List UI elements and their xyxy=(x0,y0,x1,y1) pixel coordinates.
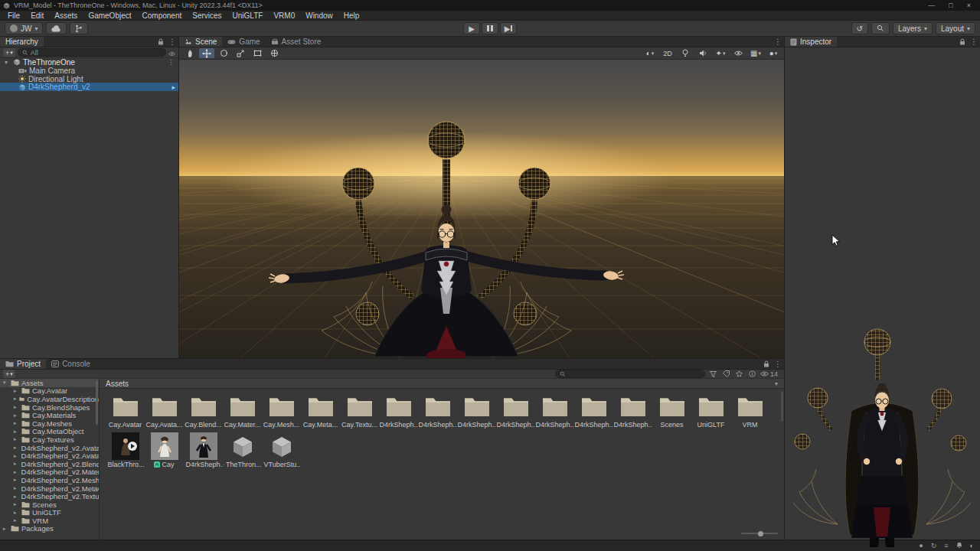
tree-item-folder[interactable]: ▸ D4rkShepherd_v2.Avata... xyxy=(0,444,99,452)
hierarchy-item-directional-light[interactable]: Directional Light xyxy=(0,75,178,83)
tree-item-folder[interactable]: ▸ D4rkShepherd_v2.Blend... xyxy=(0,460,99,468)
asset-folder-tile[interactable]: D4rkSheph... xyxy=(379,392,418,429)
refresh-icon[interactable]: ↻ xyxy=(931,542,937,549)
play-button[interactable]: ▶ xyxy=(463,22,480,34)
notifications-bell-icon[interactable] xyxy=(956,542,962,550)
search-by-type-icon[interactable] xyxy=(708,371,718,377)
tab-game[interactable]: Game xyxy=(222,37,265,47)
pause-button[interactable] xyxy=(482,22,498,34)
asset-folder-tile[interactable]: Cay.Avata... xyxy=(145,392,184,429)
grid-scrollbar[interactable] xyxy=(781,391,783,422)
tree-item-folder[interactable]: ▸ Cay.AvatarDescription xyxy=(0,395,99,403)
hand-tool-button[interactable] xyxy=(182,48,198,58)
draw-mode-dropdown[interactable]: ◐▾ xyxy=(642,48,658,58)
tree-item-folder[interactable]: ▸ Cay.Meshes xyxy=(0,419,99,428)
menu-item[interactable]: File xyxy=(2,11,25,21)
scene-root-row[interactable]: ▾ TheThroneOne ⋮ xyxy=(0,58,178,67)
asset-folder-tile[interactable]: D4rkSheph... xyxy=(418,392,457,429)
asset-file-tile-blackthrone[interactable]: BlackThro... xyxy=(106,432,145,468)
lock-icon[interactable] xyxy=(957,37,968,47)
hierarchy-item-main-camera[interactable]: Main Camera xyxy=(0,67,178,75)
tree-item-folder[interactable]: ▸ Cay.Materials xyxy=(0,411,99,419)
search-button[interactable] xyxy=(871,22,890,34)
lighting-toggle-button[interactable] xyxy=(678,48,693,58)
asset-folder-tile[interactable]: Cay.Mesh... xyxy=(262,392,301,429)
asset-file-tile-thethrone[interactable]: TheThron... xyxy=(223,432,262,468)
asset-folder-tile[interactable]: Cay.Mater... xyxy=(223,392,262,429)
save-search-icon[interactable] xyxy=(734,370,744,377)
tab-inspector[interactable]: Inspector xyxy=(785,37,837,47)
tree-item-folder[interactable]: ▸ VRM xyxy=(0,517,99,525)
menu-item[interactable]: Assets xyxy=(49,11,83,21)
create-object-button[interactable]: +▾ xyxy=(3,48,15,57)
tab-asset-store[interactable]: Asset Store xyxy=(266,37,327,47)
effects-dropdown[interactable]: ✦▾ xyxy=(713,48,728,58)
menu-item[interactable]: VRM0 xyxy=(268,11,300,21)
grid-visibility-dropdown[interactable]: ▦▾ xyxy=(748,48,763,58)
scene-menu-icon[interactable]: ⋮ xyxy=(168,58,175,66)
scale-tool-button[interactable] xyxy=(233,48,248,58)
menu-item[interactable]: Window xyxy=(300,11,338,21)
tree-item-folder[interactable]: ▸ Cay.Avatar xyxy=(0,387,99,396)
collapse-icon[interactable]: ▾ xyxy=(775,380,778,387)
tree-item-folder[interactable]: ▸ Cay.Textures xyxy=(0,435,99,444)
maximize-button[interactable]: □ xyxy=(949,2,952,9)
search-by-label-icon[interactable] xyxy=(721,370,731,377)
panel-menu-icon[interactable]: ⋮ xyxy=(968,37,980,47)
layers-dropdown[interactable]: Layers ▾ xyxy=(893,22,933,34)
create-asset-button[interactable]: +▾ xyxy=(3,370,15,378)
asset-folder-tile[interactable]: Cay.Meta... xyxy=(301,392,340,429)
hierarchy-search-input[interactable]: All xyxy=(18,48,166,57)
asset-folder-tile[interactable]: Cay.Avatar xyxy=(106,392,145,429)
audio-toggle-button[interactable] xyxy=(695,48,710,58)
progress-spinner-icon[interactable]: ◐ xyxy=(970,542,974,549)
tree-item-folder[interactable]: ▸ Cay.MetaObject xyxy=(0,428,99,436)
menu-item[interactable]: UniGLTF xyxy=(227,11,269,21)
menu-item[interactable]: Help xyxy=(338,11,365,21)
asset-folder-tile[interactable]: D4rkSheph... xyxy=(457,392,496,429)
rotate-tool-button[interactable] xyxy=(216,48,231,58)
activity-icon[interactable]: ● xyxy=(919,542,923,549)
gizmos-dropdown[interactable]: ●▾ xyxy=(766,48,781,58)
info-icon[interactable] xyxy=(747,370,757,377)
menu-item[interactable]: GameObject xyxy=(83,11,136,21)
prefab-open-arrow-icon[interactable]: ▸ xyxy=(172,83,175,91)
tree-item-folder[interactable]: ▸ D4rkShepherd_v2.Mesh... xyxy=(0,476,99,484)
tree-item-folder[interactable]: ▸ D4rkShepherd_v2.Avata... xyxy=(0,452,99,460)
asset-folder-tile[interactable]: VRM xyxy=(730,392,769,429)
tab-project[interactable]: Project xyxy=(0,359,46,369)
asset-folder-tile[interactable]: Cay.Blend... xyxy=(184,392,223,429)
tab-console[interactable]: Console xyxy=(46,359,96,369)
2d-mode-button[interactable]: 2D xyxy=(660,48,675,58)
project-search-input[interactable] xyxy=(555,370,705,378)
tree-item-folder[interactable]: ▸ Cay.BlendShapes xyxy=(0,403,99,412)
cloud-button[interactable] xyxy=(46,22,67,34)
lock-icon[interactable] xyxy=(761,359,772,369)
asset-file-tile-cay[interactable]: Cay xyxy=(145,432,184,468)
menu-item[interactable]: Component xyxy=(137,11,188,21)
panel-menu-icon[interactable]: ⋮ xyxy=(772,359,784,369)
asset-folder-tile[interactable]: D4rkSheph... xyxy=(574,392,613,429)
lock-icon[interactable] xyxy=(155,37,166,47)
step-button[interactable]: ▶ xyxy=(500,22,517,34)
tree-item-assets[interactable]: ▾ Assets xyxy=(0,379,99,387)
asset-folder-tile[interactable]: UniGLTF xyxy=(691,392,730,429)
asset-folder-tile[interactable]: Cay.Textu... xyxy=(340,392,379,429)
asset-folder-tile[interactable]: D4rkSheph... xyxy=(535,392,574,429)
tree-item-folder[interactable]: ▸ Scenes xyxy=(0,500,99,509)
rect-tool-button[interactable] xyxy=(250,48,265,58)
asset-folder-tile[interactable]: Scenes xyxy=(652,392,691,429)
close-button[interactable]: × xyxy=(967,2,971,9)
console-messages-icon[interactable]: ≡ xyxy=(944,542,948,549)
menu-item[interactable]: Edit xyxy=(25,11,49,21)
tree-item-folder[interactable]: ▸ D4rkShepherd_v2.MetaO... xyxy=(0,484,99,493)
hierarchy-item-d4rkshepherd[interactable]: D4rkShepherd_v2 ▸ xyxy=(0,83,178,91)
scene-picker-icon[interactable] xyxy=(168,46,175,60)
asset-file-tile-d4rkshepherd[interactable]: D4rkSheph... xyxy=(184,432,223,468)
account-button[interactable]: JW ▾ xyxy=(5,22,43,34)
tab-scene[interactable]: Scene xyxy=(179,37,222,47)
menu-item[interactable]: Services xyxy=(187,11,227,21)
undo-history-button[interactable]: ↺ xyxy=(851,22,868,34)
tree-item-folder[interactable]: ▸ UniGLTF xyxy=(0,509,99,517)
asset-folder-tile[interactable]: D4rkSheph... xyxy=(613,392,652,429)
